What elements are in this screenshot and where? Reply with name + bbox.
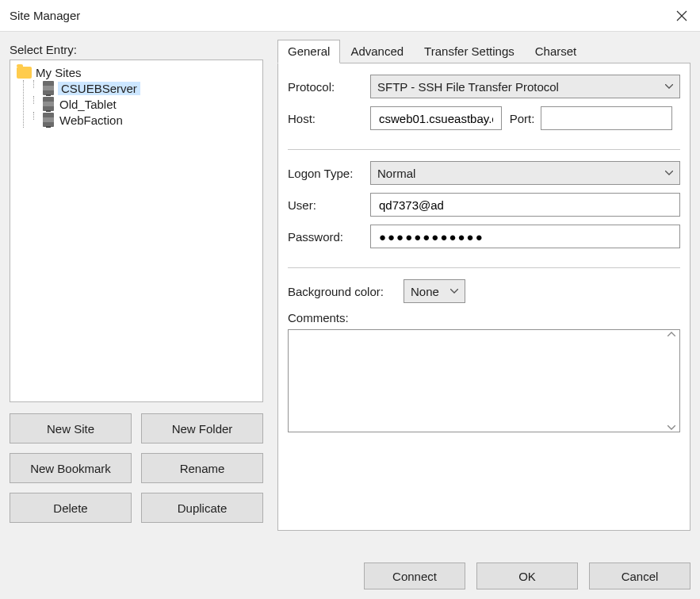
comments-label: Comments: <box>288 311 680 324</box>
close-icon <box>676 10 687 21</box>
host-row: Host: Port: <box>288 106 680 130</box>
server-icon <box>43 113 54 127</box>
titlebar: Site Manager <box>0 0 700 32</box>
logon-type-value: Normal <box>377 167 415 180</box>
window-title: Site Manager <box>10 9 80 22</box>
connect-button[interactable]: Connect <box>364 563 465 589</box>
separator <box>288 267 680 268</box>
scroll-up-icon <box>667 332 675 336</box>
host-label: Host: <box>288 112 370 125</box>
tree-item-label: WebFaction <box>58 113 124 127</box>
logon-type-label: Logon Type: <box>288 167 370 180</box>
protocol-row: Protocol: SFTP - SSH File Transfer Proto… <box>288 75 680 98</box>
tree-item-old-tablet[interactable]: Old_Tablet <box>40 96 259 112</box>
port-input-wrap <box>541 106 672 130</box>
tree-item-label: Old_Tablet <box>58 98 118 111</box>
bg-color-value: None <box>411 285 439 298</box>
site-manager-window: Site Manager Select Entry: My Sites <box>0 0 700 599</box>
logon-type-select[interactable]: Normal <box>370 161 680 185</box>
select-entry-label: Select Entry: <box>10 43 263 56</box>
server-icon <box>43 81 54 95</box>
protocol-select[interactable]: SFTP - SSH File Transfer Protocol <box>370 75 680 98</box>
server-icon <box>43 97 54 111</box>
rename-button[interactable]: Rename <box>141 453 263 483</box>
new-site-button[interactable]: New Site <box>10 413 132 443</box>
right-column: General Advanced Transfer Settings Chars… <box>277 40 690 531</box>
user-label: User: <box>288 198 370 212</box>
tree-item-webfaction[interactable]: WebFaction <box>40 112 259 128</box>
tree-root-my-sites[interactable]: My Sites <box>13 65 259 80</box>
cancel-button[interactable]: Cancel <box>589 563 690 589</box>
footer-buttons: Connect OK Cancel <box>364 563 690 589</box>
ok-button[interactable]: OK <box>476 563 578 589</box>
duplicate-button[interactable]: Duplicate <box>141 493 263 523</box>
scroll-down-icon <box>667 425 675 430</box>
button-grid: New Site New Folder New Bookmark Rename … <box>10 413 263 523</box>
separator <box>288 149 680 150</box>
user-input-wrap <box>370 193 680 217</box>
bg-color-select[interactable]: None <box>404 279 465 303</box>
protocol-label: Protocol: <box>288 80 370 94</box>
host-input[interactable] <box>377 111 495 126</box>
bg-color-label: Background color: <box>288 285 404 298</box>
chevron-down-icon <box>665 84 673 89</box>
protocol-value: SFTP - SSH File Transfer Protocol <box>377 80 559 94</box>
chevron-down-icon <box>450 289 458 294</box>
tab-general[interactable]: General <box>277 40 340 63</box>
port-input[interactable] <box>548 111 665 126</box>
close-button[interactable] <box>671 6 692 26</box>
password-label: Password: <box>288 230 370 244</box>
tab-advanced[interactable]: Advanced <box>340 40 414 63</box>
comments-box <box>288 329 680 432</box>
user-row: User: <box>288 193 680 217</box>
user-input[interactable] <box>377 198 673 213</box>
new-bookmark-button[interactable]: New Bookmark <box>10 453 132 483</box>
new-folder-button[interactable]: New Folder <box>141 413 263 443</box>
password-input[interactable] <box>377 229 673 244</box>
bg-color-row: Background color: None <box>288 279 680 303</box>
chevron-down-icon <box>665 171 673 175</box>
password-input-wrap <box>370 225 680 248</box>
port-label: Port: <box>510 112 535 125</box>
tree-item-label: CSUEBServer <box>58 82 140 95</box>
tree-item-csuebserver[interactable]: CSUEBServer <box>40 80 259 96</box>
tree-root-label: My Sites <box>36 66 82 79</box>
tab-bar: General Advanced Transfer Settings Chars… <box>277 40 690 63</box>
folder-icon <box>17 67 32 79</box>
host-input-wrap <box>370 106 502 130</box>
tab-transfer-settings[interactable]: Transfer Settings <box>414 40 525 63</box>
comments-textarea[interactable] <box>293 333 664 428</box>
scrollbar[interactable] <box>665 332 678 430</box>
logon-type-row: Logon Type: Normal <box>288 161 680 185</box>
left-column: Select Entry: My Sites CSUEBServer <box>10 40 263 531</box>
tab-panel-general: Protocol: SFTP - SSH File Transfer Proto… <box>277 63 690 531</box>
delete-button[interactable]: Delete <box>10 493 132 523</box>
password-row: Password: <box>288 225 680 248</box>
dialog-content: Select Entry: My Sites CSUEBServer <box>0 32 700 599</box>
tab-charset[interactable]: Charset <box>525 40 587 63</box>
site-tree[interactable]: My Sites CSUEBServer Old_Tablet <box>10 60 263 402</box>
